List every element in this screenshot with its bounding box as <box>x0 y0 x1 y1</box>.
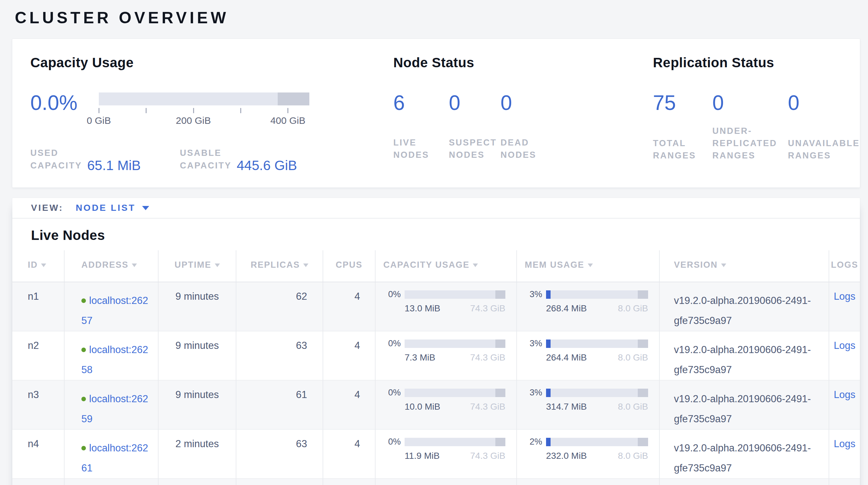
node-address-link[interactable]: localhost:26257 <box>82 295 148 326</box>
mem-usage-values: 268.4 MiB8.0 GiB <box>546 303 648 314</box>
node-id-cell: n3 <box>12 380 64 429</box>
axis-tick <box>193 108 194 113</box>
column-header-replicas[interactable]: REPLICAS <box>236 250 323 282</box>
mem-usage-bar <box>546 438 648 446</box>
node-address-cell: localhost:26261 <box>64 429 158 479</box>
sort-arrow-icon <box>721 263 726 267</box>
column-header-id[interactable]: ID <box>12 250 64 282</box>
axis-tick-label: 400 GiB <box>270 115 305 126</box>
node-id-cell: n2 <box>12 331 64 380</box>
view-selector[interactable]: NODE LIST <box>75 203 149 213</box>
table-header-row: IDADDRESSUPTIMEREPLICASCPUSCAPACITY USAG… <box>12 250 860 282</box>
node-version-cell: v19.2.0-alpha.20190606-2491-gfe735c9a97 <box>659 479 829 485</box>
capacity-usage-cell: 0%11.9 MiB74.3 GiB <box>375 429 517 479</box>
table-row: n5localhost:262629 minutes6340%12.4 MiB7… <box>12 479 860 485</box>
capacity-axis-ticks <box>99 108 309 114</box>
live-status-icon <box>82 446 86 450</box>
node-logs-link[interactable]: Logs <box>834 340 856 351</box>
mem-usage-bar-row: 3% <box>523 339 648 348</box>
replication-status-stats: 7500TOTAL RANGESUNDER-REPLICATED RANGESU… <box>653 92 860 162</box>
table-row: n4localhost:262612 minutes6340%11.9 MiB7… <box>12 429 860 479</box>
node-replicas-cell: 63 <box>236 429 323 479</box>
node-logs-link[interactable]: Logs <box>834 438 856 450</box>
capacity-usage-cell: 0%12.4 MiB74.3 GiB <box>375 479 517 485</box>
mem-usage-bar-fill <box>546 290 551 299</box>
mem-usage-values: 314.7 MiB8.0 GiB <box>546 402 648 412</box>
mem-usage-bar-fill <box>546 389 551 397</box>
capacity-usage-cell: 0%10.0 MiB74.3 GiB <box>375 380 517 429</box>
replication-stat-label: TOTAL RANGES <box>653 137 702 162</box>
axis-tick-label: 200 GiB <box>176 115 211 126</box>
capacity-usage-percent: 0% <box>382 388 401 398</box>
node-status-stat-value: 0 <box>449 92 500 113</box>
node-replicas-cell: 63 <box>236 331 323 380</box>
mem-usage-bar <box>546 389 648 397</box>
mem-usage-values: 232.0 MiB8.0 GiB <box>546 451 648 461</box>
column-header-mem-usage[interactable]: MEM USAGE <box>517 250 659 282</box>
node-logs-cell: Logs <box>829 429 860 479</box>
replication-stat-label: UNAVAILABLE RANGES <box>788 137 860 162</box>
sort-arrow-icon <box>41 263 46 267</box>
column-header-label: CPUS <box>336 260 362 270</box>
node-version-cell: v19.2.0-alpha.20190606-2491-gfe735c9a97 <box>659 429 829 479</box>
node-address-link[interactable]: localhost:26258 <box>82 344 148 375</box>
node-cpus-cell: 4 <box>323 479 375 485</box>
mem-usage-bar-row: 3% <box>523 289 648 299</box>
node-address-link[interactable]: localhost:26261 <box>82 442 148 474</box>
capacity-usage-percent: 0% <box>382 437 401 447</box>
node-id-cell: n4 <box>12 429 64 479</box>
column-header-capacity-usage[interactable]: CAPACITY USAGE <box>375 250 517 282</box>
capacity-usage-cell: 0%13.0 MiB74.3 GiB <box>375 282 517 331</box>
capacity-stat-value: 445.6 GiB <box>237 158 297 173</box>
mem-usage-used: 264.4 MiB <box>546 352 587 363</box>
node-logs-link[interactable]: Logs <box>834 389 856 400</box>
capacity-usage-bar <box>405 290 505 299</box>
capacity-usage-cell: 0%7.3 MiB74.3 GiB <box>375 331 517 380</box>
node-cpus-cell: 4 <box>323 282 375 331</box>
capacity-usage-chart: 0 GiB200 GiB400 GiB <box>99 92 309 127</box>
node-address-link[interactable]: localhost:26259 <box>82 393 148 425</box>
column-header-label: ID <box>28 260 38 270</box>
capacity-usage-bar-reserved <box>495 438 505 446</box>
capacity-usage-used: 7.3 MiB <box>405 352 435 363</box>
capacity-usage-used: 10.0 MiB <box>405 402 440 412</box>
replication-status-section: Replication Status 7500TOTAL RANGESUNDER… <box>653 55 860 188</box>
capacity-axis-labels: 0 GiB200 GiB400 GiB <box>99 115 309 127</box>
capacity-usage-bar-row: 0% <box>382 388 505 398</box>
capacity-usage-values: 11.9 MiB74.3 GiB <box>405 451 505 461</box>
column-header-address[interactable]: ADDRESS <box>64 250 158 282</box>
live-status-icon <box>82 298 86 303</box>
column-header-version[interactable]: VERSION <box>659 250 829 282</box>
mem-usage-bar-reserved <box>638 438 648 446</box>
axis-tick-label: 0 GiB <box>87 115 111 126</box>
capacity-usage-total: 74.3 GiB <box>470 402 505 412</box>
column-header-uptime[interactable]: UPTIME <box>158 250 236 282</box>
live-nodes-title: Live Nodes <box>31 228 841 243</box>
capacity-usage-bar <box>405 340 505 348</box>
capacity-usage-title: Capacity Usage <box>30 55 393 70</box>
node-id-cell: n5 <box>12 479 64 485</box>
capacity-usage-section: Capacity Usage 0.0% 0 GiB200 GiB400 GiB … <box>30 55 393 188</box>
node-address-cell: localhost:26259 <box>64 380 158 429</box>
capacity-usage-bar <box>405 438 505 446</box>
mem-usage-total: 8.0 GiB <box>618 451 648 461</box>
capacity-usage-percent: 0% <box>382 339 401 348</box>
capacity-stat-value: 65.1 MiB <box>87 158 141 173</box>
mem-usage-percent: 3% <box>523 339 542 348</box>
sort-arrow-icon <box>473 263 478 267</box>
node-logs-cell: Logs <box>829 380 860 429</box>
mem-usage-bar-fill <box>546 438 551 446</box>
node-version-cell: v19.2.0-alpha.20190606-2491-gfe735c9a97 <box>659 282 829 331</box>
node-list-card: VIEW: NODE LIST Live Nodes IDADDRESSUPTI… <box>12 198 860 485</box>
view-bar: VIEW: NODE LIST <box>12 198 860 219</box>
table-row: n3localhost:262599 minutes6140%10.0 MiB7… <box>12 380 860 429</box>
cluster-overview-page: CLUSTER OVERVIEW Capacity Usage 0.0% 0 G… <box>0 0 868 485</box>
sort-arrow-icon <box>303 263 308 267</box>
node-logs-link[interactable]: Logs <box>834 291 856 302</box>
capacity-stat-label: USEDCAPACITY <box>30 147 82 172</box>
node-replicas-cell: 63 <box>236 479 323 485</box>
live-nodes-header: Live Nodes <box>12 219 860 250</box>
capacity-stat-label-line: CAPACITY <box>180 160 231 172</box>
replication-status-title: Replication Status <box>653 55 860 70</box>
capacity-usage-values: 13.0 MiB74.3 GiB <box>405 303 505 314</box>
